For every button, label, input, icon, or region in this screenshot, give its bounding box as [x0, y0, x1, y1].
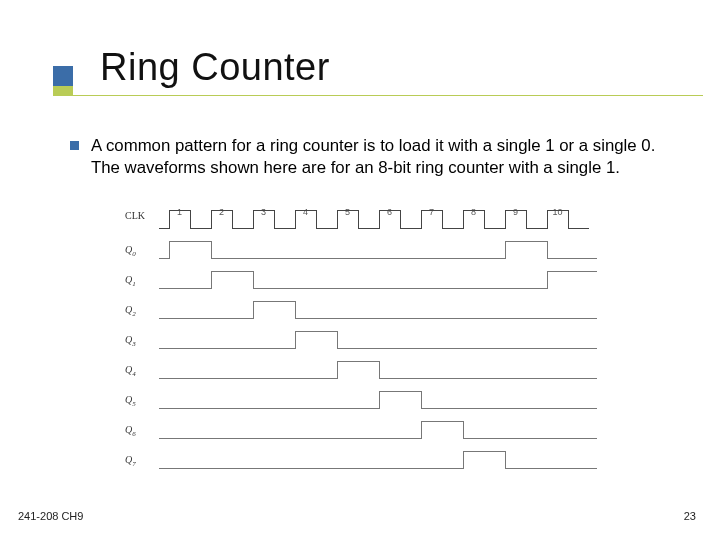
- signal-waveform: [159, 418, 597, 440]
- signal-label: Q3: [125, 334, 136, 348]
- signal-label: Q7: [125, 454, 136, 468]
- signal-waveform: [159, 238, 597, 260]
- clk-row: CLK12345678910: [125, 204, 597, 232]
- title-accent-square: [53, 66, 73, 86]
- clk-label: CLK: [125, 210, 145, 221]
- signal-row: Q1: [125, 268, 597, 290]
- signal-label: Q4: [125, 364, 136, 378]
- timing-diagram: CLK12345678910Q0Q1Q2Q3Q4Q5Q6Q7: [125, 204, 597, 484]
- signal-row: Q7: [125, 448, 597, 470]
- clk-waveform: 12345678910: [159, 204, 597, 232]
- signal-waveform: [159, 298, 597, 320]
- signal-label: Q5: [125, 394, 136, 408]
- slide-title: Ring Counter: [100, 46, 330, 89]
- bullet-text: A common pattern for a ring counter is t…: [91, 135, 680, 179]
- signal-row: Q3: [125, 328, 597, 350]
- signal-waveform: [159, 448, 597, 470]
- title-underline: [73, 95, 703, 96]
- signal-label: Q6: [125, 424, 136, 438]
- signal-waveform: [159, 388, 597, 410]
- footer-page: 23: [684, 510, 696, 522]
- signal-row: Q6: [125, 418, 597, 440]
- signal-row: Q4: [125, 358, 597, 380]
- signal-label: Q1: [125, 274, 136, 288]
- footer-course: 241-208 CH9: [18, 510, 83, 522]
- signal-row: Q5: [125, 388, 597, 410]
- signal-label: Q0: [125, 244, 136, 258]
- signal-row: Q0: [125, 238, 597, 260]
- signal-waveform: [159, 358, 597, 380]
- title-accent-bar: [53, 86, 73, 96]
- bullet-item: A common pattern for a ring counter is t…: [70, 135, 680, 179]
- signal-label: Q2: [125, 304, 136, 318]
- signal-waveform: [159, 268, 597, 290]
- bullet-icon: [70, 141, 79, 150]
- signal-row: Q2: [125, 298, 597, 320]
- signal-waveform: [159, 328, 597, 350]
